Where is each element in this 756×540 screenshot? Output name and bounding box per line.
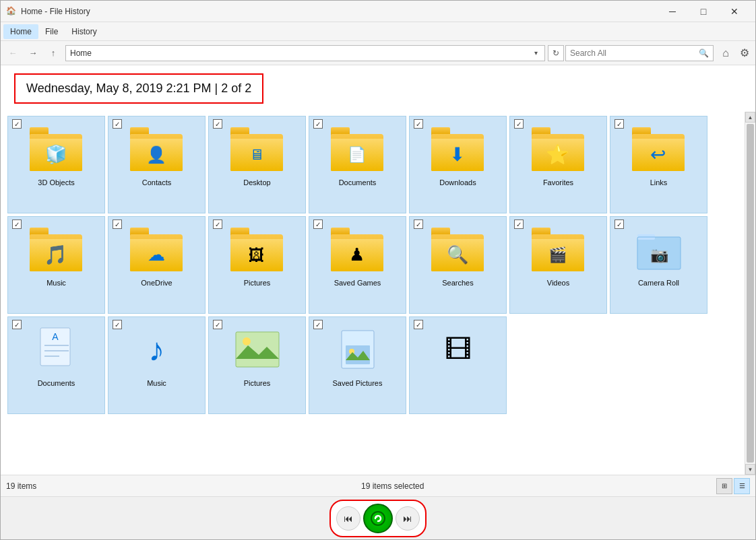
close-button[interactable]: ✕ [719, 1, 750, 22]
checkbox-savedpictures[interactable]: ✓ [313, 320, 323, 329]
folder-icon-downloads: ⬇ [431, 122, 485, 176]
checkbox-favorites[interactable]: ✓ [514, 119, 524, 129]
statusbar: 19 items 19 items selected ⊞ ☰ [1, 475, 755, 496]
menu-history[interactable]: History [65, 24, 103, 39]
view-grid-button[interactable]: ⊞ [716, 478, 732, 494]
list-item[interactable]: ✓ 📄 Documents [309, 116, 406, 213]
checkbox-downloads[interactable]: ✓ [414, 119, 423, 129]
checkbox-searches[interactable]: ✓ [414, 220, 423, 229]
file-name-pictures: Pictures [244, 279, 271, 287]
list-item[interactable]: ✓ ♟ Saved Games [309, 216, 406, 314]
prev-button[interactable]: ⏮ [336, 506, 360, 531]
search-input[interactable] [570, 48, 699, 58]
list-item[interactable]: ✓ ⬇ Downloads [409, 116, 507, 213]
address-dropdown-icon[interactable]: ▾ [532, 49, 540, 57]
maximize-button[interactable]: □ [688, 1, 719, 22]
window-controls: ─ □ ✕ [657, 1, 750, 22]
svg-point-19 [371, 512, 385, 525]
list-item[interactable]: ✓ ⭐ Favorites [509, 116, 607, 213]
svg-text:A: A [52, 331, 59, 342]
checkbox-video2[interactable]: ✓ [414, 320, 423, 329]
list-item[interactable]: ✓ 🖼 Pictures [208, 216, 306, 314]
checkbox-savedgames[interactable]: ✓ [313, 220, 323, 229]
file-icon-cameraroll: 📷 [632, 222, 686, 276]
list-item[interactable]: ✓ A Documents [7, 316, 105, 414]
file-icon-video2: 🎞 [431, 323, 485, 376]
checkbox-desktop[interactable]: ✓ [213, 119, 222, 129]
list-item[interactable]: ✓ 🎞 [409, 316, 507, 414]
status-selected: 19 items selected [361, 481, 711, 491]
file-name-favorites: Favorites [543, 178, 573, 187]
folder-icon-pictures: 🖼 [230, 222, 284, 276]
search-bar[interactable]: 🔍 [565, 45, 714, 61]
playback-group: ⏮ ⏭ [329, 500, 427, 537]
menu-home[interactable]: Home [3, 24, 38, 39]
list-item[interactable]: ✓ 📷 Camera Roll [610, 216, 707, 314]
toolbar: ← → ↑ Home ▾ ↻ 🔍 ⌂ ⚙ [1, 41, 755, 65]
file-name-savedgames: Saved Games [334, 279, 381, 287]
file-grid: ✓ 🧊 3D Objects ✓ [6, 114, 739, 415]
file-name-documents2: Documents [38, 379, 75, 387]
toolbar-right-icons: ⌂ ⚙ [718, 45, 753, 61]
file-name-downloads: Downloads [439, 178, 476, 187]
scrollbar[interactable]: ▲ ▼ [745, 112, 755, 475]
address-text: Home [70, 48, 532, 58]
list-item[interactable]: ✓ 🧊 3D Objects [7, 116, 105, 213]
file-icon-music2: ♪ [130, 323, 184, 376]
checkbox-music[interactable]: ✓ [12, 220, 22, 229]
checkbox-onedrive[interactable]: ✓ [113, 220, 122, 229]
file-icon-savedpictures [331, 323, 385, 376]
list-item[interactable]: ✓ 🔍 Searches [409, 216, 507, 314]
folder-icon-3dobjects: 🧊 [30, 122, 84, 176]
list-item[interactable]: ✓ Pictures [208, 316, 306, 414]
checkbox-contacts[interactable]: ✓ [113, 119, 122, 129]
checkbox-documents[interactable]: ✓ [313, 119, 323, 129]
svg-text:📷: 📷 [650, 246, 668, 264]
checkbox-pictures2[interactable]: ✓ [213, 320, 222, 329]
list-item[interactable]: ✓ ↩ Links [610, 116, 707, 213]
scrollbar-thumb[interactable] [747, 124, 754, 463]
file-name-music2: Music [147, 379, 166, 387]
file-content: ✓ 🧊 3D Objects ✓ [1, 112, 745, 475]
list-item[interactable]: ✓ Saved Pictures [309, 316, 406, 414]
status-items-count: 19 items [6, 481, 356, 491]
folder-icon-favorites: ⭐ [532, 122, 586, 176]
list-item[interactable]: ✓ 🎵 Music [7, 216, 105, 314]
minimize-button[interactable]: ─ [657, 1, 688, 22]
settings-icon[interactable]: ⚙ [736, 45, 753, 61]
file-area: ✓ 🧊 3D Objects ✓ [1, 112, 755, 475]
refresh-button[interactable]: ↻ [548, 45, 564, 61]
list-item[interactable]: ✓ 👤 Contacts [108, 116, 206, 213]
checkbox-music2[interactable]: ✓ [113, 320, 122, 329]
address-bar[interactable]: Home ▾ [65, 45, 545, 61]
date-header: Wednesday, May 8, 2019 2:21 PM | 2 of 2 [14, 73, 263, 104]
forward-button[interactable]: → [24, 44, 42, 63]
checkbox-3dobjects[interactable]: ✓ [12, 119, 22, 129]
view-list-button[interactable]: ☰ [734, 478, 750, 494]
back-button[interactable]: ← [3, 44, 22, 63]
search-icon: 🔍 [699, 48, 709, 58]
list-item[interactable]: ✓ ☁ OneDrive [108, 216, 206, 314]
file-name-cameraroll: Camera Roll [638, 279, 679, 287]
file-name-documents: Documents [339, 178, 377, 187]
folder-icon-music: 🎵 [30, 222, 84, 276]
window-title: Home - File History [21, 7, 657, 16]
up-button[interactable]: ↑ [44, 44, 63, 63]
list-item[interactable]: ✓ 🖥 Desktop [208, 116, 306, 213]
menu-file[interactable]: File [38, 24, 65, 39]
checkbox-cameraroll[interactable]: ✓ [615, 220, 624, 229]
checkbox-videos[interactable]: ✓ [514, 220, 524, 229]
list-item[interactable]: ✓ 🎬 Videos [509, 216, 607, 314]
folder-icon-onedrive: ☁ [130, 222, 184, 276]
play-button[interactable] [363, 504, 393, 533]
list-item[interactable]: ✓ ♪ Music [108, 316, 206, 414]
playback-controls: ⏮ ⏭ [1, 496, 755, 539]
checkbox-documents2[interactable]: ✓ [12, 320, 22, 329]
home-icon[interactable]: ⌂ [718, 45, 734, 61]
checkbox-pictures[interactable]: ✓ [213, 220, 222, 229]
scroll-up-button[interactable]: ▲ [745, 112, 755, 123]
scroll-down-button[interactable]: ▼ [745, 464, 755, 475]
checkbox-links[interactable]: ✓ [615, 119, 624, 129]
next-button[interactable]: ⏭ [396, 506, 420, 531]
file-name-desktop: Desktop [243, 178, 270, 187]
